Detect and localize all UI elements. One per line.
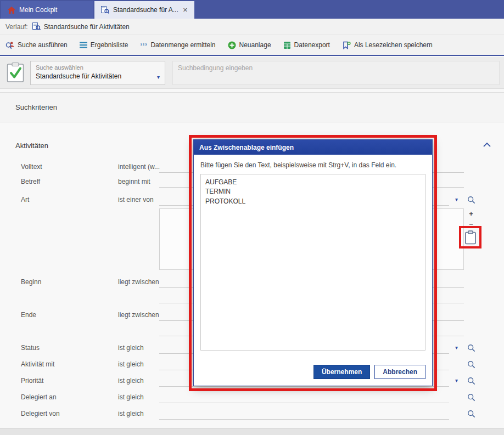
criteria-row-delegiert-von: Delegiert von ist gleich (0, 408, 504, 420)
criteria-label: Aktivität mit (21, 360, 54, 368)
horizontal-scrollbar[interactable] (0, 428, 504, 435)
criteria-section-title: Suchkriterien (15, 103, 57, 111)
count-records-button[interactable]: ¹²³ Datenmenge ermitteln (140, 41, 215, 49)
dialog-button-row: Übernehmen Abbrechen (313, 365, 425, 379)
criteria-operator[interactable]: ist gleich (118, 360, 144, 368)
tool-label: Als Lesezeichen speichern (354, 41, 433, 49)
chevron-down-icon: ▾ (157, 74, 160, 80)
paste-dialog-titlebar[interactable]: Aus Zwischenablage einfügen (194, 140, 432, 155)
magnifier-icon[interactable] (467, 360, 475, 369)
criteria-label: Delegiert an (21, 393, 57, 401)
search-document-icon (32, 22, 41, 31)
result-list-button[interactable]: Ergebnisliste (80, 41, 128, 49)
list-icon (80, 42, 87, 48)
criteria-label: Ende (21, 311, 36, 319)
tool-label: Neuanlage (239, 41, 271, 49)
magnifier-icon[interactable] (467, 393, 475, 402)
activities-group-title: Aktivitäten (15, 142, 48, 150)
apply-button[interactable]: Übernehmen (313, 365, 370, 379)
criteria-operator[interactable]: liegt zwischen (118, 311, 159, 319)
criteria-operator[interactable]: intelligent (w... (118, 163, 160, 171)
criteria-section-header: Suchkriterien (0, 92, 504, 122)
criteria-label: Volltext (21, 163, 42, 171)
tool-label: Suche ausführen (18, 41, 68, 49)
history-bar: Verlauf: Standardsuche für Aktivitäten (0, 19, 504, 35)
criteria-operator[interactable]: ist gleich (118, 410, 144, 417)
criteria-row-delegiert-an: Delegiert an ist gleich (0, 392, 504, 404)
criteria-operator[interactable]: ist gleich (118, 344, 144, 352)
magnifier-icon[interactable] (467, 410, 475, 418)
search-select-panel: Suche auswählen Standardsuche für Aktivi… (0, 57, 504, 89)
paste-dialog-body: Bitte fügen Sie den Text, beispielsweise… (194, 155, 432, 387)
history-label: Verlauf: (5, 23, 28, 31)
history-item-label: Standardsuche für Aktivitäten (44, 23, 130, 31)
search-condition-placeholder: Suchbedingung eingeben (178, 64, 253, 72)
home-icon (8, 7, 15, 14)
new-record-button[interactable]: Neuanlage (228, 41, 271, 49)
plus-circle-icon (228, 41, 236, 49)
application-window: Mein Cockpit Standardsuche für A... ✕ Ve… (0, 0, 504, 435)
export-table-icon (283, 41, 291, 49)
remove-value-button[interactable]: − (466, 221, 476, 229)
tab-standardsuche[interactable]: Standardsuche für A... ✕ (94, 1, 194, 19)
magnifier-icon[interactable] (467, 196, 475, 204)
close-icon[interactable]: ✕ (183, 7, 188, 14)
magnifier-icon[interactable] (467, 377, 475, 385)
tab-label: Standardsuche für A... (113, 6, 178, 14)
save-bookmark-button[interactable]: Als Lesezeichen speichern (342, 41, 433, 49)
paste-dialog-title: Aus Zwischenablage einfügen (199, 144, 294, 151)
clipboard-textarea[interactable]: AUFGABE TERMIN PROTOKOLL (200, 174, 425, 351)
cancel-button[interactable]: Abbrechen (374, 365, 425, 379)
criteria-operator[interactable]: ist gleich (118, 393, 144, 401)
criteria-label: Betreff (21, 178, 40, 185)
search-document-icon (101, 6, 109, 14)
criteria-input[interactable] (159, 408, 449, 420)
criteria-operator[interactable]: liegt zwischen (118, 278, 159, 286)
criteria-input[interactable] (159, 392, 449, 403)
paste-clipboard-icon[interactable] (464, 230, 478, 245)
criteria-operator[interactable]: ist einer von (118, 196, 154, 204)
user-search-icon (5, 41, 14, 49)
paste-dialog: Aus Zwischenablage einfügen Bitte fügen … (193, 139, 433, 386)
saved-search-select[interactable]: Suche auswählen Standardsuche für Aktivi… (30, 61, 165, 85)
criteria-label: Beginn (21, 278, 41, 286)
magnifier-icon[interactable] (467, 344, 475, 352)
tool-label: Datenexport (294, 41, 330, 49)
tool-label: Ergebnisliste (91, 41, 128, 49)
criteria-label: Delegiert von (21, 410, 60, 417)
bookmark-add-icon (342, 41, 351, 49)
history-item[interactable]: Standardsuche für Aktivitäten (32, 22, 130, 31)
add-value-button[interactable]: + (466, 210, 476, 219)
saved-search-select-label: Suche auswählen (36, 64, 160, 71)
chevron-down-icon[interactable]: ▾ (455, 196, 458, 202)
chevron-down-icon[interactable]: ▾ (455, 344, 458, 351)
data-export-button[interactable]: Datenexport (283, 41, 330, 49)
paste-dialog-instruction: Bitte fügen Sie den Text, beispielsweise… (200, 161, 425, 169)
run-search-button[interactable]: Suche ausführen (5, 41, 68, 49)
tab-mein-cockpit[interactable]: Mein Cockpit (1, 1, 93, 19)
search-condition-input[interactable]: Suchbedingung eingeben (172, 61, 500, 85)
tool-label: Datenmenge ermitteln (150, 41, 215, 49)
criteria-operator[interactable]: beginnt mit (118, 178, 150, 185)
criteria-operator[interactable]: ist gleich (118, 377, 144, 385)
action-toolbar: Suche ausführen Ergebnisliste ¹²³ Datenm… (0, 35, 504, 56)
checklist-icon (7, 62, 24, 83)
criteria-label: Status (21, 344, 40, 352)
criteria-label: Priorität (21, 377, 43, 385)
criteria-label: Art (21, 196, 29, 204)
tab-label: Mein Cockpit (19, 6, 57, 14)
saved-search-select-value: Standardsuche für Aktivitäten (36, 72, 160, 80)
tab-bar: Mein Cockpit Standardsuche für A... ✕ (0, 0, 504, 19)
chevron-down-icon[interactable]: ▾ (455, 377, 458, 383)
chevron-up-icon[interactable] (483, 143, 491, 147)
count-123-icon: ¹²³ (140, 42, 147, 48)
